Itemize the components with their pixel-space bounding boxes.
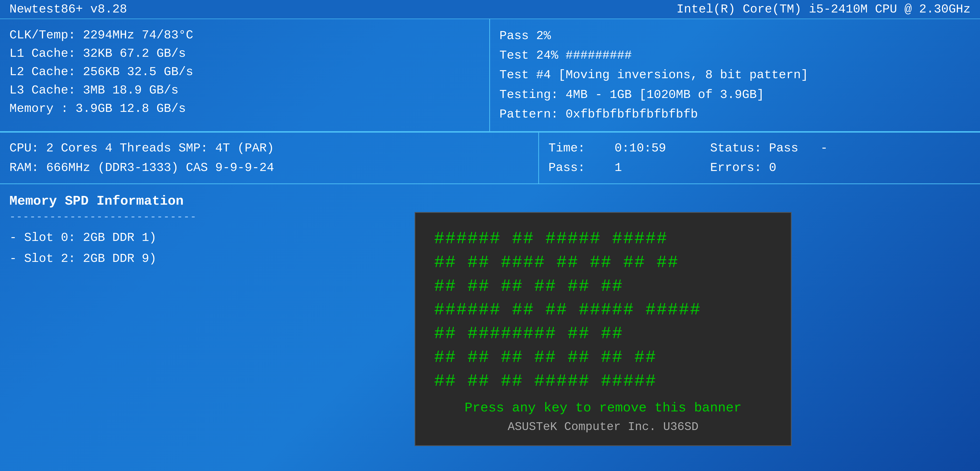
l1-label: L1 Cache: bbox=[10, 47, 76, 60]
banner-line6: ## ## ## ## ## ## ## bbox=[434, 346, 772, 369]
time-value: 0:10:59 bbox=[615, 141, 666, 155]
pass-errors-row: Pass: 1 Errors: 0 bbox=[549, 158, 970, 178]
l3-label: L3 Cache: bbox=[10, 83, 76, 97]
errors-label: Errors: 0 bbox=[710, 161, 776, 175]
banner-line1: ###### ## ##### ##### bbox=[434, 227, 772, 251]
right-title: Intel(R) Core(TM) i5-2410M CPU @ 2.30GHz bbox=[676, 2, 970, 16]
memory-spd-title: Memory SPD Information bbox=[10, 194, 970, 208]
banner-press-text: Press any key to remove this banner bbox=[434, 400, 772, 415]
time-status-panel: Time: 0:10:59 Status: Pass - Pass: 1 Err… bbox=[539, 132, 980, 183]
middle-section: CPU: 2 Cores 4 Threads SMP: 4T (PAR) RAM… bbox=[0, 132, 980, 184]
cpu-row: CPU: 2 Cores 4 Threads SMP: 4T (PAR) bbox=[10, 138, 529, 158]
mem-label: Memory : bbox=[10, 102, 68, 116]
l3-value: 3MB 18.9 GB/s bbox=[83, 83, 178, 97]
status-label: Status: Pass bbox=[710, 141, 799, 155]
pattern-row: Pattern: 0xfbfbfbfbfbfbfbfb bbox=[500, 105, 970, 124]
time-label: Time: bbox=[549, 141, 585, 155]
left-panel: CLK/Temp: 2294MHz 74/83°C L1 Cache: 32KB… bbox=[0, 19, 490, 131]
cpu-ram-panel: CPU: 2 Cores 4 Threads SMP: 4T (PAR) RAM… bbox=[0, 132, 539, 183]
banner-line5: ## ######## ## ## bbox=[434, 322, 772, 346]
clk-temp-row: CLK/Temp: 2294MHz 74/83°C bbox=[10, 26, 480, 45]
l2-label: L2 Cache: bbox=[10, 65, 76, 79]
banner-logo: ###### ## ##### ##### ## ## #### ## ## #… bbox=[434, 227, 772, 393]
time-row: Time: 0:10:59 Status: Pass - bbox=[549, 138, 970, 158]
banner-overlay[interactable]: ###### ## ##### ##### ## ## #### ## ## #… bbox=[415, 212, 792, 446]
banner-line3: ## ## ## ## ## ## bbox=[434, 274, 772, 298]
l1-value: 32KB 67.2 GB/s bbox=[83, 47, 186, 60]
screen: Newtest86+ v8.28 Intel(R) Core(TM) i5-24… bbox=[0, 0, 980, 471]
l2-value: 256KB 32.5 GB/s bbox=[83, 65, 193, 79]
slot2-suffix: 9) bbox=[142, 252, 156, 266]
mem-value: 3.9GB 12.8 GB/s bbox=[76, 102, 186, 116]
testing-row: Testing: 4MB - 1GB [1020MB of 3.9GB] bbox=[500, 85, 970, 105]
l1-row: L1 Cache: 32KB 67.2 GB/s bbox=[10, 45, 480, 63]
clk-temp-label: CLK/Temp: bbox=[10, 28, 76, 42]
mem-row: Memory : 3.9GB 12.8 GB/s bbox=[10, 100, 480, 118]
banner-asus-text: ASUSTeK Computer Inc. U36SD bbox=[434, 420, 772, 433]
top-section: CLK/Temp: 2294MHz 74/83°C L1 Cache: 32KB… bbox=[0, 19, 980, 132]
l2-row: L2 Cache: 256KB 32.5 GB/s bbox=[10, 63, 480, 81]
clk-temp-value: 2294MHz 74/83°C bbox=[83, 28, 193, 42]
banner-line7: ## ## ## ##### ##### bbox=[434, 369, 772, 393]
l3-row: L3 Cache: 3MB 18.9 GB/s bbox=[10, 81, 480, 100]
ram-row: RAM: 666MHz (DDR3-1333) CAS 9-9-9-24 bbox=[10, 158, 529, 178]
banner-line2: ## ## #### ## ## ## ## bbox=[434, 251, 772, 275]
right-panel: Pass 2% Test 24% ######### Test #4 [Movi… bbox=[490, 19, 980, 131]
slot0-suffix: 1) bbox=[142, 231, 156, 245]
pass-row: Pass 2% bbox=[500, 26, 970, 46]
pass-label: Pass: bbox=[549, 161, 585, 175]
left-title: Newtest86+ v8.28 bbox=[10, 2, 127, 16]
pass-value: 1 bbox=[615, 161, 622, 175]
test-num-row: Test #4 [Moving inversions, 8 bit patter… bbox=[500, 65, 970, 85]
slot0-text: - Slot 0: 2GB DDR bbox=[10, 231, 135, 245]
slot2-text: - Slot 2: 2GB DDR bbox=[10, 252, 135, 266]
header-bar: Newtest86+ v8.28 Intel(R) Core(TM) i5-24… bbox=[0, 0, 980, 19]
test-percent-row: Test 24% ######### bbox=[500, 46, 970, 65]
banner-line4: ###### ## ## ##### ##### bbox=[434, 298, 772, 322]
